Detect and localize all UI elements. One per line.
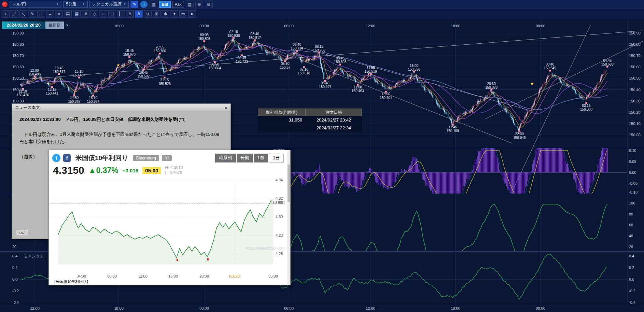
yield-tabs: 時系列長期1週1日 xyxy=(215,154,284,162)
yield-value: 4.3150 xyxy=(53,165,84,176)
news-title: ニュース本文 xyxy=(15,105,40,111)
vertical-line-icon[interactable]: ▏ xyxy=(117,10,125,18)
yield-x-axis-label: 04:00 xyxy=(76,274,86,278)
yield-price-tag: 4.3150 xyxy=(271,201,284,205)
news-titlebar[interactable]: ニュース本文 × xyxy=(12,104,230,112)
draw-pencil-icon[interactable]: ✎ xyxy=(130,1,138,8)
yield-time: 05:00 xyxy=(142,167,161,174)
yield-tab-時系列[interactable]: 時系列 xyxy=(215,154,236,162)
yield-high: H: 4.3010 xyxy=(165,165,183,170)
trade-panel-header: 取引損益(円換算)注文日時 xyxy=(258,109,362,116)
spread-panel-icon[interactable]: ▤ xyxy=(186,1,194,8)
chevron-down-icon: ▼ xyxy=(82,3,85,6)
multi-line-icon[interactable]: ≡ xyxy=(46,10,54,18)
key-icon[interactable]: ✦ xyxy=(170,10,178,18)
trade-order-datetime: 2024/02/27 22:34 xyxy=(306,124,362,132)
info-icon[interactable]: i xyxy=(140,1,148,8)
trade-pnl-value: - xyxy=(258,124,306,132)
layers-icon[interactable]: ⊞ xyxy=(153,10,160,18)
chart-date-badge[interactable]: 2024/02/26 20:20 最新足 × xyxy=(2,22,71,29)
magnet-icon[interactable]: ∪ xyxy=(144,10,152,18)
yield-tab-1日[interactable]: 1日 xyxy=(269,154,284,162)
timeframe-select[interactable]: 5分足 ▼ xyxy=(63,1,88,8)
badge-datetime: 2024/02/26 20:20 xyxy=(2,22,45,29)
trade-order-datetime: 2024/02/27 23:42 xyxy=(306,116,362,124)
pair-label: ドル/円 xyxy=(12,1,26,7)
settings-icon[interactable]: ✱ xyxy=(162,10,169,18)
yield-x-axis-label: 08:00 xyxy=(107,274,117,278)
fx-chart-app: ドル/円 ▼ 5分足 ▼ テクニカル選択 ▼ ✎ i ▥ Bid Ask ▤ ⊕… xyxy=(0,0,644,312)
chevron-down-icon: ▼ xyxy=(56,3,59,6)
yield-y-axis-label: 4.34 xyxy=(276,178,283,182)
yield-x-axis-label: 16:00 xyxy=(168,274,178,278)
text-label-icon[interactable]: A xyxy=(126,10,134,18)
technical-label: テクニカル選択 xyxy=(92,1,121,7)
trade-row[interactable]: -2024/02/27 22:34 xyxy=(258,124,362,132)
yield-tab-長期[interactable]: 長期 xyxy=(237,154,253,162)
bid-button[interactable]: Bid xyxy=(159,1,170,8)
app-logo-icon xyxy=(2,1,8,8)
yield-caption: 【米国債10年利回り】 xyxy=(52,279,90,284)
trendline-icon[interactable]: ／ xyxy=(11,10,18,18)
yield-scrollbar-thumb[interactable] xyxy=(288,165,290,202)
freehand-pencil-icon[interactable]: ✎ xyxy=(28,10,36,18)
yield-y-axis-label: 4.26 xyxy=(276,252,283,256)
news-text: ドル円は弱含み。1月米耐久財受注額が予想を下回る結果だったことに売りで反応し、一… xyxy=(19,131,223,145)
news-headline: 2024/02/27 22:33:00 ドル円、150.08円と本日安値 低調な… xyxy=(19,116,223,123)
zoom-out-icon[interactable]: ⊖ xyxy=(205,1,213,8)
ray-line-icon[interactable]: ＼ xyxy=(19,10,27,18)
yield-y-axis-label: 4.30 xyxy=(276,215,283,219)
news-close-icon[interactable]: × xyxy=(225,105,227,111)
bar-pattern-icon[interactable]: ▤ xyxy=(64,10,72,18)
yield-x-axis-label: 12:00 xyxy=(138,274,148,278)
yield-y-axis-label: 4.32 xyxy=(276,196,283,200)
yield-window: t f 米国債10年利回り Bloomberg Y! 時系列長期1週1日 4.3… xyxy=(48,150,291,285)
trade-header-cell: 注文日時 xyxy=(306,109,362,116)
zoom-in-icon[interactable]: ⊕ xyxy=(195,1,203,8)
polygon-icon[interactable]: ◇ xyxy=(90,10,98,18)
yield-x-axis-label: 05:00 xyxy=(268,274,278,278)
yield-scrollbar[interactable] xyxy=(287,150,290,285)
latest-bar-button[interactable]: 最新足 xyxy=(45,22,64,29)
ellipse-icon[interactable]: ○ xyxy=(99,10,107,18)
yield-tab-1週[interactable]: 1週 xyxy=(254,154,268,162)
technical-select-button[interactable]: テクニカル選択 ▼ xyxy=(89,1,129,8)
ask-button[interactable]: Ask xyxy=(172,1,184,8)
chevron-down-icon: ▼ xyxy=(123,3,126,6)
facebook-icon[interactable]: f xyxy=(63,154,71,162)
yield-change-pct: ▲0.37% xyxy=(88,166,118,175)
gann-grid-icon[interactable]: # xyxy=(82,10,89,18)
yield-y-axis-label: 4.28 xyxy=(276,233,283,237)
yield-x-axis-label: [02/28] xyxy=(229,274,241,278)
yield-header: t f 米国債10年利回り Bloomberg Y! 時系列長期1週1日 xyxy=(49,150,287,164)
horizontal-line-icon[interactable]: ― xyxy=(37,10,45,18)
wave-icon[interactable]: ≈ xyxy=(55,10,63,18)
yield-x-axis-label: 20:00 xyxy=(199,274,209,278)
yield-low: L: 4.2570 xyxy=(165,170,182,175)
fibonacci-grid-icon[interactable]: ▦ xyxy=(73,10,81,18)
news-old-button[interactable]: old xyxy=(16,230,28,235)
yield-quote-row: 4.3150 ▲0.37% +0.016 05:00 H: 4.3010 L: … xyxy=(53,165,183,176)
badge-close-icon[interactable]: × xyxy=(64,22,71,29)
eraser-icon[interactable]: ▭ xyxy=(179,10,187,18)
add-tool-icon[interactable]: ＋ xyxy=(2,10,10,18)
twitter-icon[interactable]: t xyxy=(52,154,60,162)
timeframe-label: 5分足 xyxy=(66,1,76,7)
pair-select[interactable]: ドル/円 ▼ xyxy=(10,1,61,8)
trade-header-cell: 取引損益(円換算) xyxy=(258,109,306,116)
yield-high-low: H: 4.3010 L: 4.2570 xyxy=(165,165,183,175)
trade-panel: 取引損益(円換算)注文日時31,0502024/02/27 23:42-2024… xyxy=(258,109,362,132)
cursor-icon[interactable]: ➤ xyxy=(188,10,196,18)
yield-watermark: https://nikkei225jp.com/ xyxy=(246,246,285,250)
bloomberg-button[interactable]: Bloomberg xyxy=(133,155,159,161)
yahoo-button[interactable]: Y! xyxy=(162,155,172,161)
trade-row[interactable]: 31,0502024/02/27 23:42 xyxy=(258,116,362,124)
drawing-toolbar: ＋／＼✎―≡≈▤▦#◇○□▏AA∪⊞✱✦▭➤ xyxy=(0,9,644,19)
trade-pnl-value: 31,050 xyxy=(258,116,306,124)
candle-chart-icon[interactable]: ▥ xyxy=(150,1,157,8)
top-toolbar: ドル/円 ▼ 5分足 ▼ テクニカル選択 ▼ ✎ i ▥ Bid Ask ▤ ⊕… xyxy=(0,0,644,9)
yield-change: +0.016 xyxy=(123,168,138,173)
yield-title: 米国債10年利回り xyxy=(75,154,128,162)
text-highlight-icon[interactable]: A xyxy=(135,10,143,18)
rectangle-icon[interactable]: □ xyxy=(108,10,116,18)
